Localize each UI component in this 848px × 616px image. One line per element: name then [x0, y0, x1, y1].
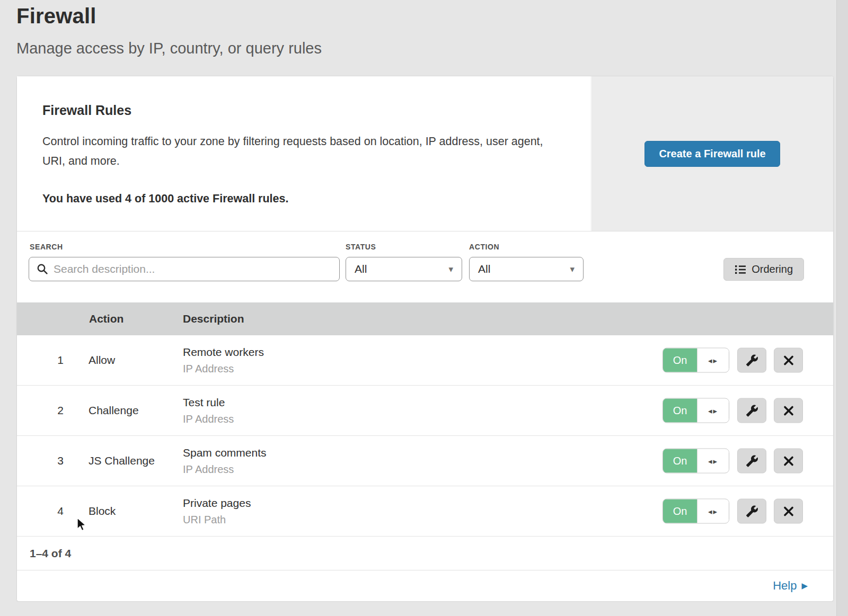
- delete-rule-button[interactable]: [774, 449, 803, 474]
- wrench-icon: [746, 354, 758, 367]
- search-icon: [37, 263, 48, 275]
- table-row: 3 JS Challenge Spam comments IP Address …: [17, 436, 833, 486]
- ordering-list-icon: [735, 264, 746, 275]
- search-label: SEARCH: [30, 243, 63, 251]
- rule-action: Challenge: [89, 386, 139, 435]
- rule-priority: 1: [49, 335, 72, 385]
- intro-text-pane: Firewall Rules Control incoming traffic …: [17, 76, 590, 231]
- rule-description-cell: Remote workers IP Address: [183, 346, 264, 375]
- rule-priority: 3: [49, 436, 72, 486]
- action-label: ACTION: [469, 243, 499, 251]
- card-description: Control incoming traffic to your zone by…: [42, 132, 554, 171]
- toggle-on-label: On: [663, 499, 697, 523]
- chevron-down-icon: ▾: [448, 264, 453, 275]
- wrench-icon: [746, 454, 758, 467]
- close-icon: [783, 405, 794, 416]
- wrench-icon: [746, 505, 758, 517]
- action-select[interactable]: All ▾: [469, 257, 584, 281]
- usage-summary: You have used 4 of 1000 active Firewall …: [42, 192, 559, 206]
- status-label: STATUS: [346, 243, 376, 251]
- intro-action-pane: Create a Firewall rule: [590, 76, 833, 231]
- toggle-drag-handle-icon: ◂▸: [697, 349, 729, 372]
- column-header-action: Action: [89, 313, 123, 325]
- rule-priority: 4: [49, 486, 72, 536]
- rule-enabled-toggle[interactable]: On ◂▸: [662, 499, 729, 524]
- toggle-drag-handle-icon: ◂▸: [697, 399, 729, 423]
- toggle-drag-handle-icon: ◂▸: [697, 499, 729, 523]
- rule-priority: 2: [49, 386, 72, 435]
- rule-enabled-toggle[interactable]: On ◂▸: [662, 449, 729, 474]
- help-link[interactable]: Help ▶: [773, 579, 808, 593]
- table-header: Action Description: [17, 302, 833, 335]
- action-select-value: All: [478, 263, 490, 275]
- pagination-range: 1–4 of 4: [30, 547, 71, 560]
- column-header-description: Description: [183, 313, 244, 325]
- rule-enabled-toggle[interactable]: On ◂▸: [662, 398, 729, 423]
- edit-rule-button[interactable]: [737, 449, 766, 474]
- ordering-button-label: Ordering: [752, 263, 793, 275]
- status-select[interactable]: All ▾: [346, 257, 462, 281]
- firewall-rules-card: Firewall Rules Control incoming traffic …: [16, 76, 834, 601]
- page-header: Firewall Manage access by IP, country, o…: [16, 4, 322, 57]
- help-arrow-icon: ▶: [801, 581, 808, 591]
- table-row: 2 Challenge Test rule IP Address On ◂▸: [17, 386, 833, 436]
- edit-rule-button[interactable]: [737, 499, 766, 524]
- rule-description: Test rule: [183, 396, 234, 409]
- card-footer: Help ▶: [17, 570, 833, 601]
- page-subtitle: Manage access by IP, country, or query r…: [16, 40, 322, 57]
- card-title: Firewall Rules: [42, 103, 559, 118]
- rule-enabled-toggle[interactable]: On ◂▸: [662, 348, 729, 373]
- status-select-value: All: [355, 263, 367, 275]
- help-link-label: Help: [773, 579, 797, 593]
- rule-match-type: URI Path: [183, 514, 251, 526]
- toggle-on-label: On: [663, 449, 697, 473]
- intro-section: Firewall Rules Control incoming traffic …: [17, 76, 833, 231]
- rule-description: Spam comments: [183, 447, 267, 459]
- ordering-button[interactable]: Ordering: [723, 258, 804, 281]
- rule-match-type: IP Address: [183, 363, 264, 375]
- edit-rule-button[interactable]: [737, 348, 766, 373]
- chevron-down-icon: ▾: [570, 264, 575, 275]
- create-firewall-rule-button[interactable]: Create a Firewall rule: [644, 141, 780, 167]
- rule-action: Block: [89, 486, 116, 536]
- table-row: 1 Allow Remote workers IP Address On ◂▸: [17, 335, 833, 386]
- delete-rule-button[interactable]: [774, 499, 803, 524]
- rule-description-cell: Private pages URI Path: [183, 497, 251, 526]
- close-icon: [783, 354, 794, 366]
- search-box[interactable]: [29, 257, 340, 281]
- close-icon: [783, 505, 794, 517]
- delete-rule-button[interactable]: [774, 348, 803, 373]
- filter-bar: SEARCH STATUS ACTION All ▾ All ▾: [17, 231, 833, 302]
- toggle-on-label: On: [663, 399, 697, 423]
- rule-match-type: IP Address: [183, 463, 267, 476]
- close-icon: [783, 455, 794, 467]
- toggle-on-label: On: [663, 349, 697, 372]
- rule-action: JS Challenge: [89, 436, 155, 486]
- rule-description-cell: Test rule IP Address: [183, 396, 234, 425]
- page-title: Firewall: [16, 4, 322, 28]
- toggle-drag-handle-icon: ◂▸: [697, 449, 729, 473]
- scrollbar-track[interactable]: [836, 0, 848, 616]
- rule-action: Allow: [89, 335, 115, 385]
- delete-rule-button[interactable]: [774, 398, 803, 423]
- pagination-bar: 1–4 of 4: [17, 537, 833, 570]
- wrench-icon: [746, 404, 758, 417]
- rule-description: Remote workers: [183, 346, 264, 359]
- rule-description-cell: Spam comments IP Address: [183, 447, 267, 476]
- rule-description: Private pages: [183, 497, 251, 510]
- edit-rule-button[interactable]: [737, 398, 766, 423]
- search-input[interactable]: [54, 263, 332, 275]
- rule-match-type: IP Address: [183, 413, 234, 425]
- table-row: 4 Block Private pages URI Path On ◂▸: [17, 486, 833, 537]
